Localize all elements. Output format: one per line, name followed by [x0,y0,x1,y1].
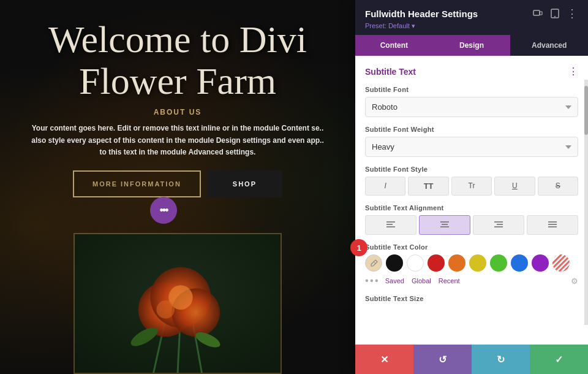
flower-image [75,234,281,373]
eyedropper-tool[interactable] [365,254,382,272]
color-swatches [365,254,578,272]
color-swatch-black[interactable] [386,254,403,272]
preview-content: Welcome to Divi Flower Farm ABOUT US You… [0,0,355,210]
color-swatch-blue[interactable] [511,254,528,272]
uppercase-button[interactable]: TT [408,177,448,196]
notification-badge: 1 [350,239,368,256]
align-justify-button[interactable] [527,215,578,235]
settings-panel: Fullwidth Header Settings ⋮ Preset: D [355,0,588,374]
subtitle-font-label: Subtitle Font [365,86,578,93]
subtitle-font-select[interactable]: Roboto [365,97,578,117]
strikethrough-button[interactable]: S [538,177,578,196]
tab-content[interactable]: Content [355,35,433,56]
svg-rect-12 [540,12,542,15]
svg-point-14 [554,16,556,17]
save-button[interactable]: ✓ [530,345,588,374]
color-swatch-red[interactable] [428,254,445,272]
responsive-icon[interactable] [532,7,544,20]
undo-button[interactable]: ↺ [413,345,472,374]
color-swatch-orange[interactable] [448,254,466,272]
align-right-button[interactable] [473,215,524,235]
purple-fab-button[interactable]: ••• [150,197,177,224]
color-swatch-purple[interactable] [532,254,549,272]
preview-title: Welcome to Divi Flower Farm [12,18,343,102]
subtitle-size-label: Subtitle Text Size [365,295,578,302]
panel-title: Fullwidth Header Settings [365,9,478,19]
color-swatch-green[interactable] [490,254,507,272]
preview-area: Welcome to Divi Flower Farm ABOUT US You… [0,0,355,374]
preview-body-text: Your content goes here. Edit or remove t… [31,123,325,158]
shop-button[interactable]: SHOP [207,170,282,197]
subtitle-weight-select[interactable]: Heavy [365,137,578,157]
subtitle-color-field: Subtitle Text Color • • • Saved Global [365,243,578,286]
subtitle-align-field: Subtitle Text Alignment [365,204,578,235]
undo-icon: ↺ [439,354,447,365]
subtitle-font-field: Subtitle Font Roboto [365,86,578,117]
preview-buttons: MORE INFORMATION SHOP [12,170,343,197]
align-center-button[interactable] [419,215,470,235]
panel-header-icons: ⋮ [532,7,578,20]
color-swatch-striped[interactable] [552,254,570,272]
color-mode-tabs: • • • Saved Global Recent ⚙ [365,275,578,286]
italic-button[interactable]: I [365,177,405,196]
svg-line-27 [374,262,375,264]
capitalize-button[interactable]: Tr [451,177,492,196]
color-tab-recent[interactable]: Recent [439,277,460,284]
subtitle-weight-field: Subtitle Font Weight Heavy [365,126,578,157]
alignment-buttons [365,215,578,235]
fab-dots-icon: ••• [160,204,168,217]
section-header: Subtitle Text ⋮ [365,66,578,77]
color-swatch-yellow[interactable] [469,254,486,272]
more-options-icon[interactable]: ⋮ [566,7,578,20]
color-swatch-white[interactable] [407,254,424,272]
cancel-button[interactable]: ✕ [355,345,413,374]
panel-body: Subtitle Text ⋮ Subtitle Font Roboto Sub… [355,56,588,345]
subtitle-weight-label: Subtitle Font Weight [365,126,578,133]
cancel-icon: ✕ [380,354,388,365]
panel-footer: ✕ ↺ ↻ ✓ [355,345,588,374]
panel-header: Fullwidth Header Settings ⋮ Preset: D [355,0,588,35]
preview-about-label: ABOUT US [12,108,343,116]
tablet-icon[interactable] [549,7,561,20]
align-left-button[interactable] [365,215,417,235]
color-tab-global[interactable]: Global [412,277,431,284]
color-tab-saved[interactable]: Saved [385,277,404,284]
panel-preset[interactable]: Preset: Default ▾ [365,22,578,30]
subtitle-size-field: Subtitle Text Size [365,295,578,302]
tab-advanced[interactable]: Advanced [510,35,588,56]
subtitle-color-label: Subtitle Text Color [365,243,578,251]
underline-button[interactable]: U [494,177,535,196]
redo-icon: ↻ [497,354,505,365]
scrollbar-track[interactable] [584,80,588,325]
section-menu-icon[interactable]: ⋮ [568,66,578,77]
svg-point-8 [156,300,175,319]
tab-design[interactable]: Design [433,35,511,56]
color-more-button[interactable]: • • • [365,275,378,286]
section-title: Subtitle Text [365,67,416,77]
svg-rect-11 [533,10,540,15]
panel-tabs: Content Design Advanced [355,35,588,56]
redo-button[interactable]: ↻ [472,345,530,374]
subtitle-style-label: Subtitle Font Style [365,166,578,173]
color-gear-icon[interactable]: ⚙ [571,277,578,286]
save-icon: ✓ [555,354,563,365]
subtitle-style-field: Subtitle Font Style I TT Tr U S [365,166,578,196]
font-style-buttons: I TT Tr U S [365,177,578,196]
subtitle-align-label: Subtitle Text Alignment [365,204,578,212]
scrollbar-thumb[interactable] [584,86,588,135]
more-information-button[interactable]: MORE INFORMATION [73,170,201,197]
preview-image-box [74,233,282,374]
